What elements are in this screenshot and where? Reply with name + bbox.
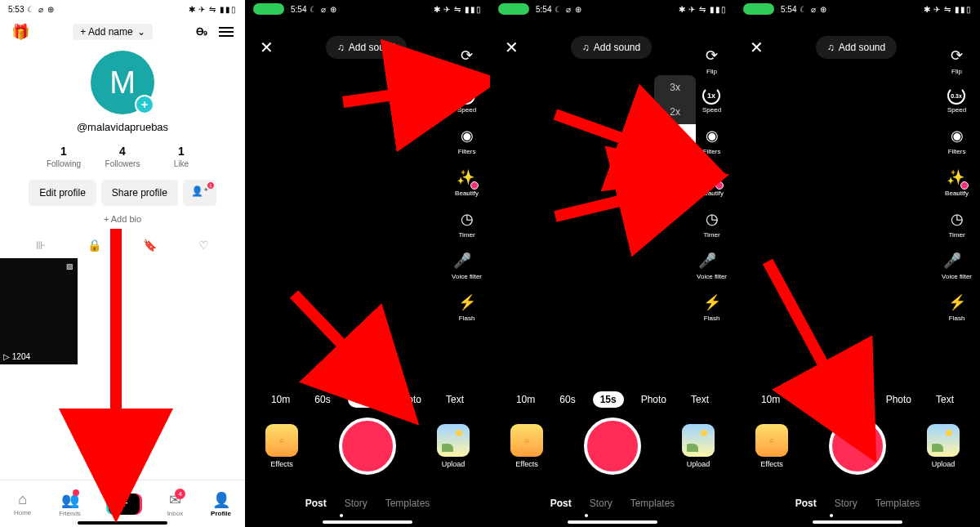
speed-picker: 3x 2x 1x 0.5x 0.3x	[654, 75, 696, 198]
screenshot-1-profile: 5:53☾ ⌀ ⊕ ✱ ✈ ⇋ ▮▮▯ 🎁 + Add name⌄ ϴ₉ M+ …	[0, 0, 245, 527]
close-icon[interactable]: ✕	[505, 38, 519, 57]
add-sound-button[interactable]: ♫ Add sound	[326, 36, 407, 59]
video-thumb[interactable]: ▧ ▷ 1204	[0, 258, 78, 364]
record-button[interactable]	[584, 418, 641, 475]
side-tools: ⟳Flip 0.3xSpeed ◉Filters ✨Beautify ◷Time…	[942, 45, 972, 322]
mode-selector: Post Story Templates	[490, 498, 735, 509]
dur-photo[interactable]: Photo	[389, 391, 429, 408]
bottom-nav: ⌂Home 👥Friends + ✉Inbox4 👤Profile	[0, 480, 245, 527]
effects-button[interactable]: ☺Effects	[755, 424, 788, 468]
record-button[interactable]	[339, 418, 396, 475]
dur-text[interactable]: Text	[439, 391, 471, 408]
tool-flip[interactable]: ⟳Flip	[457, 45, 478, 75]
add-sound-button[interactable]: ♫ Add sound	[571, 36, 652, 59]
duration-selector: 10m 60s 15s Photo Text	[490, 391, 735, 408]
close-icon[interactable]: ✕	[260, 38, 274, 57]
mode-post[interactable]: Post	[305, 498, 327, 509]
tab-saved[interactable]: 🔖	[143, 239, 157, 252]
speed-03x[interactable]: 0.3x	[654, 173, 696, 198]
tool-filters[interactable]: ◉Filters	[702, 125, 723, 155]
status-bar: 5:53☾ ⌀ ⊕ ✱ ✈ ⇋ ▮▮▯	[0, 0, 245, 18]
svg-line-1	[343, 87, 445, 102]
screenshot-2-camera: 5:54☾ ⌀ ⊕ ✱ ✈ ⇋ ▮▮▯ ✕ ♫ Add sound ⟳Flip …	[245, 0, 490, 527]
view-count: ▷ 1204	[3, 352, 30, 361]
stat-following[interactable]: 1Following	[34, 145, 93, 168]
stat-likes[interactable]: 1Like	[152, 145, 211, 168]
avatar[interactable]: M+	[91, 51, 154, 114]
nav-inbox[interactable]: ✉Inbox4	[167, 491, 184, 517]
tool-filters[interactable]: ◉Filters	[947, 125, 968, 155]
effects-button[interactable]: ☺Effects	[510, 424, 543, 468]
nav-profile[interactable]: 👤Profile	[211, 491, 231, 517]
add-name-button[interactable]: + Add name⌄	[73, 24, 152, 40]
side-tools: ⟳Flip 1xSpeed ◉Filters ✨Beautify ◷Timer …	[697, 45, 727, 322]
speed-3x[interactable]: 3x	[654, 75, 696, 100]
tool-beautify[interactable]: ✨Beautify	[700, 167, 724, 197]
upload-button[interactable]: Upload	[927, 424, 960, 468]
tool-beautify[interactable]: ✨Beautify	[945, 167, 969, 197]
speed-1x[interactable]: 1x	[654, 124, 696, 149]
mode-selector: Post Story Templates	[245, 498, 490, 509]
tool-filters[interactable]: ◉Filters	[457, 125, 478, 155]
tool-flash[interactable]: ⚡Flash	[702, 292, 723, 322]
svg-line-5	[768, 261, 849, 413]
tutorial-arrow	[294, 294, 400, 404]
side-tools: ⟳Flip 1xSpeed ◉Filters ✨Beautify ◷Timer …	[452, 45, 482, 322]
tab-liked[interactable]: ♡	[198, 239, 209, 252]
close-icon[interactable]: ✕	[750, 38, 764, 57]
record-button[interactable]	[829, 418, 886, 475]
avatar-add-icon[interactable]: +	[135, 95, 154, 114]
dur-60s[interactable]: 60s	[307, 391, 337, 408]
tab-grid[interactable]: ⊪	[36, 239, 46, 252]
tool-flip[interactable]: ⟳Flip	[702, 45, 723, 75]
dur-10m[interactable]: 10m	[264, 391, 297, 408]
status-bar: 5:54☾ ⌀ ⊕ ✱ ✈ ⇋ ▮▮▯	[735, 0, 980, 18]
tutorial-arrow	[343, 78, 466, 114]
mode-templates[interactable]: Templates	[385, 498, 430, 509]
share-profile-button[interactable]: Share profile	[101, 180, 178, 206]
tool-speed[interactable]: 1xSpeed	[457, 87, 476, 114]
gift-icon[interactable]: 🎁	[11, 23, 29, 41]
tool-speed[interactable]: 0.3xSpeed	[947, 87, 966, 114]
speed-05x[interactable]: 0.5x	[654, 149, 696, 173]
tool-flip[interactable]: ⟳Flip	[947, 45, 968, 75]
stat-followers[interactable]: 4Followers	[93, 145, 152, 168]
duration-selector: 10m 60s 15s Photo Text	[245, 391, 490, 408]
tool-timer[interactable]: ◷Timer	[457, 208, 478, 239]
tool-voice[interactable]: 🎤Voice filter	[452, 250, 482, 280]
screenshot-3-camera-speed-menu: 5:54☾ ⌀ ⊕ ✱ ✈ ⇋ ▮▮▯ ✕ ♫ Add sound ⟳Flip …	[490, 0, 735, 527]
tutorial-arrow	[87, 229, 145, 494]
footprints-icon[interactable]: ϴ₉	[196, 26, 207, 38]
add-bio-button[interactable]: + Add bio	[0, 214, 245, 224]
upload-button[interactable]: Upload	[437, 424, 470, 468]
upload-button[interactable]: Upload	[682, 424, 715, 468]
duration-selector: 10m 60s 15s Photo Text	[735, 391, 980, 408]
speed-2x[interactable]: 2x	[654, 100, 696, 124]
nav-friends[interactable]: 👥Friends	[59, 491, 81, 517]
tool-timer[interactable]: ◷Timer	[702, 208, 723, 239]
username: @malavidapruebas	[77, 121, 168, 133]
tool-beautify[interactable]: ✨Beautify	[455, 167, 479, 197]
tool-timer[interactable]: ◷Timer	[947, 208, 968, 239]
effects-button[interactable]: ☺Effects	[265, 424, 298, 468]
tool-voice[interactable]: 🎤Voice filter	[697, 250, 727, 280]
tool-voice[interactable]: 🎤Voice filter	[942, 250, 972, 280]
tool-flash[interactable]: ⚡Flash	[947, 292, 968, 322]
edit-profile-button[interactable]: Edit profile	[29, 180, 96, 206]
mode-story[interactable]: Story	[345, 498, 368, 509]
status-bar: 5:54☾ ⌀ ⊕ ✱ ✈ ⇋ ▮▮▯	[245, 0, 490, 18]
dur-15s[interactable]: 15s	[348, 391, 379, 408]
multi-photo-icon: ▧	[66, 262, 74, 270]
menu-icon[interactable]	[219, 27, 234, 37]
tool-flash[interactable]: ⚡Flash	[457, 292, 478, 322]
tab-private[interactable]: 🔒	[87, 239, 101, 252]
add-friends-button[interactable]: 👤⁺1	[183, 180, 216, 206]
nav-create[interactable]: +	[109, 494, 140, 515]
add-sound-button[interactable]: ♫ Add sound	[816, 36, 897, 59]
nav-home[interactable]: ⌂Home	[14, 491, 31, 516]
tool-speed[interactable]: 1xSpeed	[702, 87, 721, 114]
stats-row: 1Following 4Followers 1Like	[0, 145, 245, 168]
mode-selector: Post Story Templates	[735, 498, 980, 509]
screenshot-4-camera-record: 5:54☾ ⌀ ⊕ ✱ ✈ ⇋ ▮▮▯ ✕ ♫ Add sound ⟳Flip …	[735, 0, 980, 527]
status-bar: 5:54☾ ⌀ ⊕ ✱ ✈ ⇋ ▮▮▯	[490, 0, 735, 18]
